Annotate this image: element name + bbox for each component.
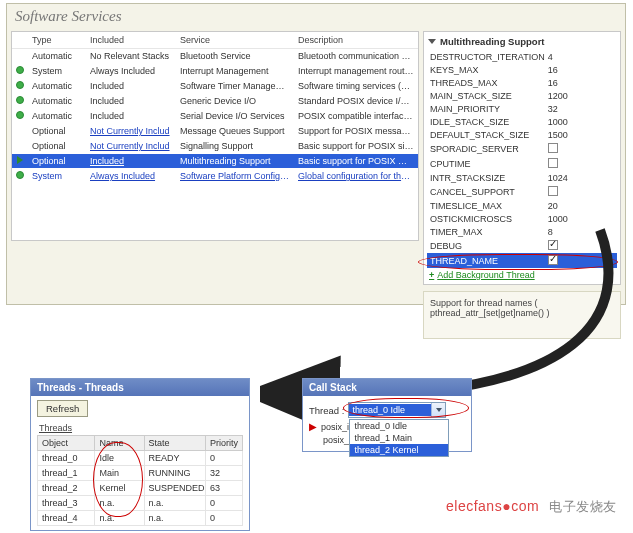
property-row[interactable]: KEYS_MAX16: [427, 63, 617, 76]
threads-subtitle: Threads: [39, 423, 243, 433]
service-row[interactable]: OptionalNot Currently IncludSignalling S…: [12, 139, 418, 154]
threads-table[interactable]: Object Name State Priority thread_0IdleR…: [37, 435, 243, 526]
checkbox[interactable]: [548, 186, 558, 196]
dropdown-button[interactable]: [431, 403, 445, 417]
included-link[interactable]: Included: [90, 156, 124, 166]
thread-row[interactable]: thread_0IdleREADY0: [38, 451, 243, 466]
th-col-object[interactable]: Object: [38, 436, 95, 451]
service-row[interactable]: AutomaticIncludedSerial Device I/O Servi…: [12, 109, 418, 124]
col-type[interactable]: Type: [28, 32, 86, 49]
property-row[interactable]: CANCEL_SUPPORT: [427, 184, 617, 199]
service-row[interactable]: SystemAlways IncludedInterrupt Managemen…: [12, 64, 418, 79]
property-row[interactable]: THREADS_MAX16: [427, 76, 617, 89]
refresh-button[interactable]: Refresh: [37, 400, 88, 417]
col-included[interactable]: Included: [86, 32, 176, 49]
status-ok-icon: [16, 111, 24, 119]
dropdown-option[interactable]: thread_1 Main: [350, 432, 448, 444]
included-link[interactable]: Not Currently Includ: [90, 141, 170, 151]
property-row[interactable]: MAIN_PRIORITY32: [427, 102, 617, 115]
thread-row[interactable]: thread_2KernelSUSPENDED63: [38, 481, 243, 496]
col-service[interactable]: Service: [176, 32, 294, 49]
status-ok-icon: [16, 66, 24, 74]
dropdown-option[interactable]: thread_2 Kernel: [350, 444, 448, 456]
service-row[interactable]: OptionalIncludedMultithreading SupportBa…: [12, 154, 418, 169]
th-col-state[interactable]: State: [144, 436, 206, 451]
chevron-down-icon: [436, 408, 442, 412]
service-row[interactable]: OptionalNot Currently IncludMessage Queu…: [12, 124, 418, 139]
services-table-wrap: Type Included Service Description Automa…: [11, 31, 419, 241]
col-icon: [12, 32, 28, 49]
service-name: Multithreading Support: [180, 156, 271, 166]
included-link[interactable]: Always Included: [90, 171, 155, 181]
property-row[interactable]: SPORADIC_SERVER: [427, 141, 617, 156]
status-ok-icon: [16, 81, 24, 89]
panel-title: Software Services: [7, 4, 625, 31]
property-row[interactable]: CPUTIME: [427, 156, 617, 171]
thread-combo[interactable]: thread_0 Idle thread_0 Idlethread_1 Main…: [348, 402, 446, 418]
status-ok-icon: [16, 171, 24, 179]
callstack-panel: Call Stack Thread : thread_0 Idle thread…: [302, 378, 472, 452]
collapse-icon[interactable]: [428, 39, 436, 44]
threads-panel: Threads - Threads Refresh Threads Object…: [30, 378, 250, 531]
services-table[interactable]: Type Included Service Description Automa…: [12, 32, 418, 184]
property-row[interactable]: DEFAULT_STACK_SIZE1500: [427, 128, 617, 141]
checkbox[interactable]: [548, 158, 558, 168]
property-row[interactable]: IDLE_STACK_SIZE1000: [427, 115, 617, 128]
thread-dropdown-list[interactable]: thread_0 Idlethread_1 Mainthread_2 Kerne…: [349, 419, 449, 457]
service-row[interactable]: SystemAlways IncludedSoftware Platform C…: [12, 169, 418, 184]
th-col-priority[interactable]: Priority: [206, 436, 243, 451]
selected-row-icon: [17, 156, 23, 164]
thread-combo-value: thread_0 Idle: [349, 404, 431, 416]
property-row[interactable]: MAIN_STACK_SIZE1200: [427, 89, 617, 102]
service-row[interactable]: AutomaticIncludedSoftware Timer Manageme…: [12, 79, 418, 94]
dropdown-option[interactable]: thread_0 Idle: [350, 420, 448, 432]
property-row[interactable]: INTR_STACKSIZE1024: [427, 171, 617, 184]
watermark: elecfans●com 电子发烧友: [446, 498, 617, 516]
thread-row[interactable]: thread_1MainRUNNING32: [38, 466, 243, 481]
included-link[interactable]: Not Currently Includ: [90, 126, 170, 136]
checkbox[interactable]: [548, 143, 558, 153]
property-row[interactable]: TIMESLICE_MAX20: [427, 199, 617, 212]
callstack-title: Call Stack: [303, 379, 471, 396]
property-row[interactable]: DESTRUCTOR_ITERATIONS4: [427, 50, 617, 63]
thread-row[interactable]: thread_4n.a.n.a.0: [38, 511, 243, 526]
threads-title: Threads - Threads: [31, 379, 249, 396]
thread-row[interactable]: thread_3n.a.n.a.0: [38, 496, 243, 511]
thread-label: Thread :: [309, 405, 344, 416]
col-description[interactable]: Description: [294, 32, 418, 49]
service-row[interactable]: AutomaticNo Relevant StacksBluetooth Ser…: [12, 49, 418, 64]
current-frame-icon: ▶: [309, 421, 317, 432]
status-ok-icon: [16, 96, 24, 104]
properties-title: Multithreading Support: [440, 36, 545, 47]
service-row[interactable]: AutomaticIncludedGeneric Device I/OStand…: [12, 94, 418, 109]
th-col-name[interactable]: Name: [95, 436, 144, 451]
